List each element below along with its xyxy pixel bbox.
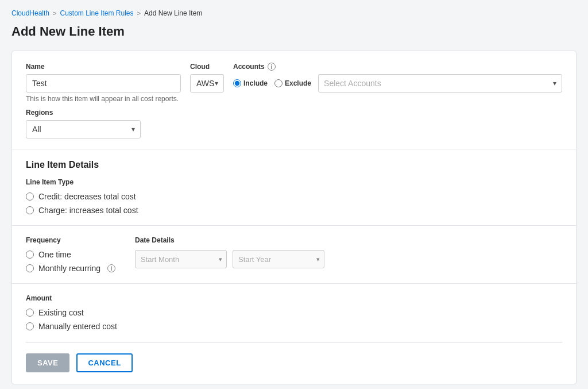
footer-actions: SAVE CANCEL (26, 342, 562, 372)
help-text: This is how this item will appear in all… (26, 95, 562, 103)
regions-select-wrapper: All US East US West Europe Asia Pacific … (26, 120, 141, 138)
manual-cost-text: Manually entered cost (38, 322, 117, 331)
name-input[interactable] (26, 74, 181, 93)
breadcrumb-root[interactable]: CloudHealth (11, 9, 49, 17)
date-details-label: Date Details (135, 236, 562, 244)
charge-label: Charge: increases total cost (38, 206, 138, 215)
breadcrumb-parent[interactable]: Custom Line Item Rules (60, 9, 133, 17)
frequency-date-row: Frequency One time Monthly recurring i D… (26, 236, 562, 273)
one-time-label: One time (38, 250, 71, 259)
start-year-select[interactable]: 202020212022 202320242025 (233, 250, 324, 268)
cloud-select-wrapper: AWS Azure GCP ▾ (190, 74, 224, 93)
existing-cost-label[interactable]: Existing cost (26, 308, 562, 317)
divider-3 (12, 283, 576, 284)
amount-section: Amount Existing cost Manually entered co… (26, 294, 562, 331)
top-form-row: Name Cloud AWS Azure GCP ▾ Account (26, 63, 562, 93)
line-item-type-group: Credit: decreases total cost Charge: inc… (26, 192, 562, 215)
accounts-info-icon: i (268, 63, 276, 71)
start-month-select[interactable]: JanuaryFebruaryMarch AprilMayJune JulyAu… (135, 250, 227, 268)
charge-radio-label[interactable]: Charge: increases total cost (26, 206, 562, 215)
regions-group: Regions All US East US West Europe Asia … (26, 109, 562, 138)
include-label: Include (243, 79, 268, 87)
credit-radio[interactable] (26, 192, 34, 201)
name-label: Name (26, 63, 181, 71)
accounts-label-row: Accounts i (233, 63, 562, 71)
amount-label: Amount (26, 294, 562, 302)
date-section: Date Details JanuaryFebruaryMarch AprilM… (135, 236, 562, 268)
page-title: Add New Line Item (11, 24, 577, 39)
breadcrumb-current: Add New Line Item (144, 9, 202, 17)
monthly-info-icon: i (107, 264, 115, 272)
main-card: Name Cloud AWS Azure GCP ▾ Account (11, 51, 577, 384)
exclude-radio[interactable] (274, 79, 283, 87)
regions-select[interactable]: All US East US West Europe Asia Pacific (26, 120, 141, 138)
accounts-select-wrapper: ▾ Select Accounts (318, 74, 562, 93)
breadcrumb-sep1: > (53, 10, 56, 17)
include-exclude-group: Include Exclude (233, 79, 311, 87)
one-time-radio-label[interactable]: One time (26, 250, 118, 259)
one-time-radio[interactable] (26, 251, 34, 259)
name-group: Name (26, 63, 181, 93)
exclude-radio-label[interactable]: Exclude (274, 79, 311, 87)
start-month-wrapper: JanuaryFebruaryMarch AprilMayJune JulyAu… (135, 250, 227, 268)
exclude-label: Exclude (285, 79, 311, 87)
manual-cost-radio[interactable] (26, 322, 34, 330)
include-radio[interactable] (233, 79, 241, 87)
accounts-select[interactable] (318, 74, 562, 93)
accounts-controls: Include Exclude ▾ Select Accounts (233, 74, 562, 93)
charge-radio[interactable] (26, 206, 34, 214)
monthly-radio-label[interactable]: Monthly recurring i (26, 264, 118, 273)
cancel-button[interactable]: CANCEL (76, 353, 132, 372)
monthly-label: Monthly recurring (38, 264, 100, 273)
cloud-label: Cloud (190, 63, 224, 71)
existing-cost-text: Existing cost (38, 308, 84, 317)
line-item-type-label: Line Item Type (26, 178, 562, 186)
manual-cost-label[interactable]: Manually entered cost (26, 322, 562, 331)
accounts-group: Accounts i Include Exclude (233, 63, 562, 93)
start-year-wrapper: 202020212022 202320242025 Start Year ▾ (233, 250, 324, 268)
date-dropdowns: JanuaryFebruaryMarch AprilMayJune JulyAu… (135, 250, 562, 268)
breadcrumb: CloudHealth > Custom Line Item Rules > A… (11, 9, 577, 17)
cloud-group: Cloud AWS Azure GCP ▾ (190, 63, 224, 93)
regions-label: Regions (26, 109, 562, 117)
monthly-radio[interactable] (26, 264, 34, 272)
accounts-label: Accounts (233, 63, 265, 71)
existing-cost-radio[interactable] (26, 309, 34, 317)
amount-group: Existing cost Manually entered cost (26, 308, 562, 331)
breadcrumb-sep2: > (137, 10, 141, 17)
credit-radio-label[interactable]: Credit: decreases total cost (26, 192, 562, 201)
frequency-section: Frequency One time Monthly recurring i (26, 236, 118, 273)
credit-label: Credit: decreases total cost (38, 192, 136, 201)
include-radio-label[interactable]: Include (233, 79, 268, 87)
frequency-label: Frequency (26, 236, 118, 244)
save-button[interactable]: SAVE (26, 353, 69, 372)
cloud-select[interactable]: AWS Azure GCP (190, 74, 224, 93)
frequency-group: One time Monthly recurring i (26, 250, 118, 273)
divider-1 (12, 149, 576, 149)
divider-2 (12, 225, 576, 226)
section-title: Line Item Details (26, 160, 562, 170)
line-item-details-section: Line Item Details Line Item Type Credit:… (26, 160, 562, 215)
